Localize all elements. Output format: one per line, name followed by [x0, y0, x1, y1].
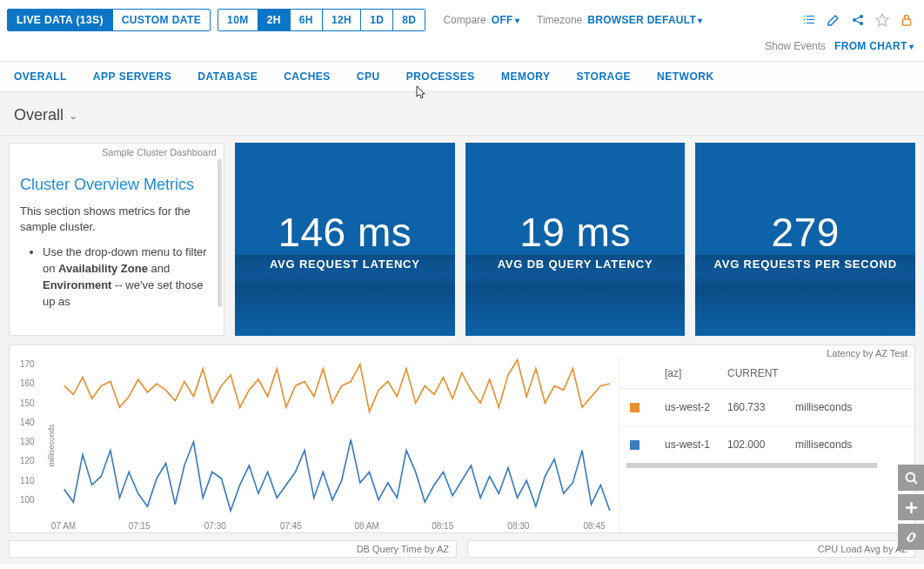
- tab-caches[interactable]: CACHES: [284, 70, 331, 83]
- metric-value: 146 ms: [278, 209, 412, 256]
- chart-title: Latency by AZ Test: [10, 345, 914, 358]
- tab-network[interactable]: NETWORK: [657, 70, 714, 83]
- legend-value: 160.733: [727, 401, 795, 413]
- metric-label: AVG REQUEST LATENCY: [270, 258, 420, 271]
- data-mode-toggle: LIVE DATA (13S) CUSTOM DATE: [7, 9, 211, 31]
- compare-label: Compare: [443, 14, 485, 26]
- timezone-label: Timezone: [537, 14, 582, 26]
- info-card-tag: Sample Cluster Dashboard: [102, 147, 217, 157]
- x-tick: 08:15: [432, 521, 453, 531]
- timezone-dropdown[interactable]: BROWSER DEFAULT▾: [587, 14, 702, 26]
- time-range-2h[interactable]: 2H: [258, 10, 291, 30]
- tab-storage[interactable]: STORAGE: [576, 70, 631, 83]
- chart-legend: [az] CURRENT us-west-2160.733millisecond…: [619, 358, 914, 532]
- horizontal-scrollbar[interactable]: [626, 463, 877, 468]
- tab-overall[interactable]: OVERALL: [14, 70, 67, 83]
- edit-icon[interactable]: [827, 13, 840, 27]
- x-tick: 07:15: [129, 521, 151, 531]
- lock-icon[interactable]: [900, 13, 914, 27]
- y-tick: 110: [20, 476, 35, 485]
- svg-point-4: [906, 472, 914, 481]
- y-tick: 170: [20, 359, 35, 369]
- svg-rect-3: [903, 19, 911, 25]
- x-tick: 08:45: [583, 521, 605, 531]
- metric-tile-request-latency[interactable]: 146 ms AVG REQUEST LATENCY: [235, 143, 455, 336]
- metric-tile-db-latency[interactable]: 19 ms AVG DB QUERY LATENCY: [465, 143, 686, 336]
- x-tick: 07 AM: [51, 521, 76, 531]
- list-icon[interactable]: [802, 13, 816, 27]
- color-swatch: [630, 403, 639, 412]
- time-range-12h[interactable]: 12H: [323, 10, 361, 30]
- y-axis-label: milliseconds: [47, 424, 56, 466]
- floating-link-button[interactable]: [898, 524, 924, 550]
- tab-cpu[interactable]: CPU: [357, 70, 380, 83]
- x-tick: 08:30: [507, 521, 529, 531]
- chevron-down-icon: ⌄: [69, 110, 77, 122]
- x-tick: 07:45: [280, 521, 302, 531]
- cpu-load-chart-title: CPU Load Avg by AZ: [467, 540, 915, 558]
- legend-az: us-west-2: [665, 401, 727, 413]
- scrollbar[interactable]: [218, 159, 222, 307]
- tab-app-servers[interactable]: APP SERVERS: [93, 70, 171, 83]
- svg-point-0: [853, 18, 856, 22]
- toolbar-icon-group: [802, 13, 914, 27]
- legend-unit: milliseconds: [795, 438, 852, 451]
- latency-chart-panel: Latency by AZ Test milliseconds 10011012…: [9, 345, 915, 533]
- latency-chart-plot[interactable]: milliseconds 10011012013014015016017007 …: [10, 358, 619, 532]
- time-range-10m[interactable]: 10M: [218, 10, 258, 30]
- svg-point-1: [860, 15, 863, 18]
- legend-col-az: [az]: [665, 367, 727, 379]
- info-card-paragraph: This section shows metrics for the sampl…: [20, 204, 213, 237]
- y-tick: 100: [20, 495, 35, 505]
- legend-row[interactable]: us-west-2160.733milliseconds: [619, 388, 914, 425]
- show-events-dropdown[interactable]: FROM CHART▾: [834, 40, 914, 52]
- chevron-down-icon: ▾: [515, 16, 519, 25]
- info-card: Sample Cluster Dashboard Cluster Overvie…: [9, 143, 224, 336]
- top-toolbar: LIVE DATA (13S) CUSTOM DATE 10M2H6H12H1D…: [0, 0, 924, 37]
- legend-value: 102.000: [727, 438, 795, 451]
- floating-search-button[interactable]: [898, 465, 924, 491]
- star-icon[interactable]: [875, 13, 889, 27]
- tab-memory[interactable]: MEMORY: [501, 70, 551, 83]
- floating-add-button[interactable]: [898, 494, 924, 520]
- db-query-chart-title: DB Query Time by AZ: [9, 540, 457, 558]
- nav-tabs: OVERALLAPP SERVERSDATABASECACHESCPUPROCE…: [0, 61, 924, 92]
- y-tick: 140: [20, 418, 35, 427]
- svg-point-2: [860, 22, 863, 25]
- time-range-8d[interactable]: 8D: [393, 10, 425, 30]
- color-swatch: [630, 440, 639, 450]
- y-tick: 120: [20, 456, 35, 465]
- metric-value: 19 ms: [519, 209, 631, 256]
- metric-label: AVG REQUESTS PER SECOND: [714, 258, 897, 271]
- legend-az: us-west-1: [665, 438, 727, 451]
- live-data-button[interactable]: LIVE DATA (13S): [8, 10, 113, 30]
- time-range-6h[interactable]: 6H: [291, 10, 323, 30]
- legend-col-current: CURRENT: [727, 367, 795, 379]
- custom-date-button[interactable]: CUSTOM DATE: [113, 10, 210, 30]
- y-tick: 130: [20, 437, 35, 446]
- y-tick: 160: [20, 378, 35, 388]
- y-tick: 150: [20, 398, 35, 408]
- chevron-down-icon: ▾: [909, 42, 914, 51]
- tab-processes[interactable]: PROCESSES: [406, 70, 475, 83]
- time-range-selector: 10M2H6H12H1D8D: [218, 9, 425, 31]
- legend-row[interactable]: us-west-1102.000milliseconds: [619, 425, 914, 463]
- show-events-label: Show Events: [765, 40, 826, 52]
- metric-value: 279: [772, 209, 840, 256]
- legend-unit: milliseconds: [795, 401, 852, 413]
- info-card-bullet: Use the drop-down menu to filter on Avai…: [43, 244, 213, 310]
- metric-tile-rps[interactable]: 279 AVG REQUESTS PER SECOND: [695, 143, 915, 336]
- time-range-1d[interactable]: 1D: [361, 10, 393, 30]
- chevron-down-icon: ▾: [698, 16, 702, 25]
- share-icon[interactable]: [851, 13, 865, 27]
- compare-dropdown[interactable]: OFF▾: [492, 14, 519, 26]
- info-card-heading: Cluster Overview Metrics: [20, 175, 213, 195]
- section-title-dropdown[interactable]: Overall ⌄: [0, 92, 924, 136]
- x-tick: 08 AM: [354, 521, 378, 531]
- tab-database[interactable]: DATABASE: [198, 70, 258, 83]
- metric-label: AVG DB QUERY LATENCY: [498, 258, 653, 271]
- x-tick: 07:30: [204, 521, 226, 531]
